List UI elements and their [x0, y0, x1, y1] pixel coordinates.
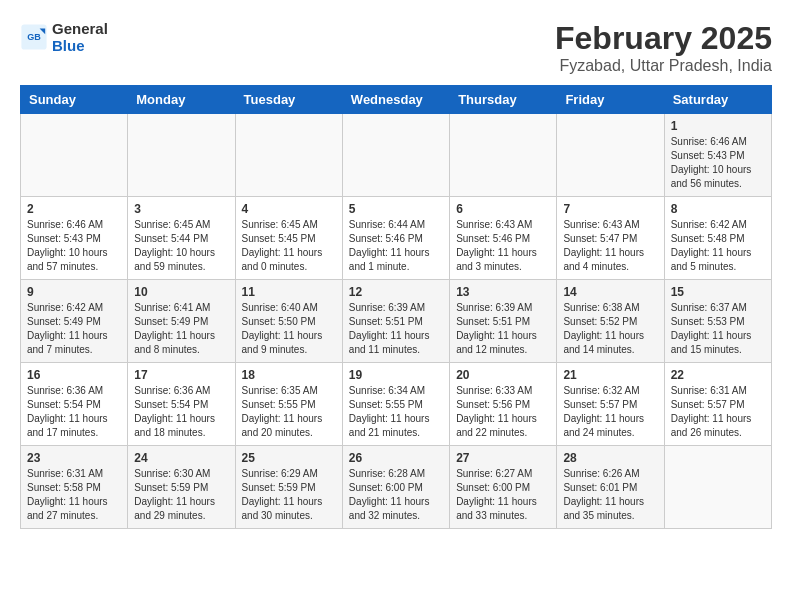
calendar-cell: 2Sunrise: 6:46 AM Sunset: 5:43 PM Daylig… — [21, 197, 128, 280]
calendar-week-3: 9Sunrise: 6:42 AM Sunset: 5:49 PM Daylig… — [21, 280, 772, 363]
logo-general: General — [52, 20, 108, 37]
calendar-cell: 23Sunrise: 6:31 AM Sunset: 5:58 PM Dayli… — [21, 446, 128, 529]
calendar-cell: 16Sunrise: 6:36 AM Sunset: 5:54 PM Dayli… — [21, 363, 128, 446]
day-number: 3 — [134, 202, 228, 216]
calendar-cell: 9Sunrise: 6:42 AM Sunset: 5:49 PM Daylig… — [21, 280, 128, 363]
calendar-cell — [557, 114, 664, 197]
logo: GB General Blue — [20, 20, 108, 54]
calendar-cell: 20Sunrise: 6:33 AM Sunset: 5:56 PM Dayli… — [450, 363, 557, 446]
day-info: Sunrise: 6:46 AM Sunset: 5:43 PM Dayligh… — [27, 218, 121, 274]
day-number: 25 — [242, 451, 336, 465]
day-number: 14 — [563, 285, 657, 299]
day-info: Sunrise: 6:30 AM Sunset: 5:59 PM Dayligh… — [134, 467, 228, 523]
day-number: 28 — [563, 451, 657, 465]
day-number: 26 — [349, 451, 443, 465]
day-info: Sunrise: 6:45 AM Sunset: 5:44 PM Dayligh… — [134, 218, 228, 274]
calendar-cell: 5Sunrise: 6:44 AM Sunset: 5:46 PM Daylig… — [342, 197, 449, 280]
day-info: Sunrise: 6:35 AM Sunset: 5:55 PM Dayligh… — [242, 384, 336, 440]
calendar-cell: 15Sunrise: 6:37 AM Sunset: 5:53 PM Dayli… — [664, 280, 771, 363]
day-number: 6 — [456, 202, 550, 216]
calendar-cell: 22Sunrise: 6:31 AM Sunset: 5:57 PM Dayli… — [664, 363, 771, 446]
calendar-cell: 13Sunrise: 6:39 AM Sunset: 5:51 PM Dayli… — [450, 280, 557, 363]
calendar-cell: 14Sunrise: 6:38 AM Sunset: 5:52 PM Dayli… — [557, 280, 664, 363]
day-info: Sunrise: 6:42 AM Sunset: 5:49 PM Dayligh… — [27, 301, 121, 357]
main-title: February 2025 — [555, 20, 772, 57]
day-info: Sunrise: 6:31 AM Sunset: 5:57 PM Dayligh… — [671, 384, 765, 440]
day-number: 22 — [671, 368, 765, 382]
day-info: Sunrise: 6:29 AM Sunset: 5:59 PM Dayligh… — [242, 467, 336, 523]
day-info: Sunrise: 6:42 AM Sunset: 5:48 PM Dayligh… — [671, 218, 765, 274]
calendar-cell — [21, 114, 128, 197]
day-number: 8 — [671, 202, 765, 216]
day-info: Sunrise: 6:43 AM Sunset: 5:47 PM Dayligh… — [563, 218, 657, 274]
day-number: 5 — [349, 202, 443, 216]
day-info: Sunrise: 6:28 AM Sunset: 6:00 PM Dayligh… — [349, 467, 443, 523]
day-number: 2 — [27, 202, 121, 216]
day-info: Sunrise: 6:39 AM Sunset: 5:51 PM Dayligh… — [349, 301, 443, 357]
logo-blue: Blue — [52, 37, 108, 54]
weekday-header-sunday: Sunday — [21, 86, 128, 114]
day-number: 4 — [242, 202, 336, 216]
calendar-cell: 11Sunrise: 6:40 AM Sunset: 5:50 PM Dayli… — [235, 280, 342, 363]
day-info: Sunrise: 6:46 AM Sunset: 5:43 PM Dayligh… — [671, 135, 765, 191]
calendar-cell: 6Sunrise: 6:43 AM Sunset: 5:46 PM Daylig… — [450, 197, 557, 280]
calendar-cell: 10Sunrise: 6:41 AM Sunset: 5:49 PM Dayli… — [128, 280, 235, 363]
calendar-week-5: 23Sunrise: 6:31 AM Sunset: 5:58 PM Dayli… — [21, 446, 772, 529]
calendar-cell — [342, 114, 449, 197]
day-info: Sunrise: 6:27 AM Sunset: 6:00 PM Dayligh… — [456, 467, 550, 523]
calendar-cell: 28Sunrise: 6:26 AM Sunset: 6:01 PM Dayli… — [557, 446, 664, 529]
day-info: Sunrise: 6:33 AM Sunset: 5:56 PM Dayligh… — [456, 384, 550, 440]
logo-icon: GB — [20, 23, 48, 51]
day-number: 11 — [242, 285, 336, 299]
title-area: February 2025 Fyzabad, Uttar Pradesh, In… — [555, 20, 772, 75]
calendar-cell: 24Sunrise: 6:30 AM Sunset: 5:59 PM Dayli… — [128, 446, 235, 529]
weekday-header-row: SundayMondayTuesdayWednesdayThursdayFrid… — [21, 86, 772, 114]
day-number: 20 — [456, 368, 550, 382]
day-info: Sunrise: 6:37 AM Sunset: 5:53 PM Dayligh… — [671, 301, 765, 357]
day-number: 7 — [563, 202, 657, 216]
day-info: Sunrise: 6:31 AM Sunset: 5:58 PM Dayligh… — [27, 467, 121, 523]
calendar-week-1: 1Sunrise: 6:46 AM Sunset: 5:43 PM Daylig… — [21, 114, 772, 197]
day-number: 16 — [27, 368, 121, 382]
svg-text:GB: GB — [27, 32, 41, 42]
calendar-cell: 21Sunrise: 6:32 AM Sunset: 5:57 PM Dayli… — [557, 363, 664, 446]
calendar-cell: 12Sunrise: 6:39 AM Sunset: 5:51 PM Dayli… — [342, 280, 449, 363]
day-info: Sunrise: 6:39 AM Sunset: 5:51 PM Dayligh… — [456, 301, 550, 357]
weekday-header-saturday: Saturday — [664, 86, 771, 114]
day-number: 13 — [456, 285, 550, 299]
day-number: 19 — [349, 368, 443, 382]
day-info: Sunrise: 6:44 AM Sunset: 5:46 PM Dayligh… — [349, 218, 443, 274]
calendar-cell — [235, 114, 342, 197]
calendar: SundayMondayTuesdayWednesdayThursdayFrid… — [20, 85, 772, 529]
day-number: 12 — [349, 285, 443, 299]
calendar-cell — [450, 114, 557, 197]
day-number: 10 — [134, 285, 228, 299]
calendar-cell: 3Sunrise: 6:45 AM Sunset: 5:44 PM Daylig… — [128, 197, 235, 280]
day-number: 9 — [27, 285, 121, 299]
weekday-header-friday: Friday — [557, 86, 664, 114]
day-info: Sunrise: 6:43 AM Sunset: 5:46 PM Dayligh… — [456, 218, 550, 274]
day-info: Sunrise: 6:36 AM Sunset: 5:54 PM Dayligh… — [134, 384, 228, 440]
calendar-cell: 25Sunrise: 6:29 AM Sunset: 5:59 PM Dayli… — [235, 446, 342, 529]
weekday-header-thursday: Thursday — [450, 86, 557, 114]
calendar-cell: 4Sunrise: 6:45 AM Sunset: 5:45 PM Daylig… — [235, 197, 342, 280]
weekday-header-monday: Monday — [128, 86, 235, 114]
calendar-cell: 17Sunrise: 6:36 AM Sunset: 5:54 PM Dayli… — [128, 363, 235, 446]
calendar-week-4: 16Sunrise: 6:36 AM Sunset: 5:54 PM Dayli… — [21, 363, 772, 446]
subtitle: Fyzabad, Uttar Pradesh, India — [555, 57, 772, 75]
day-info: Sunrise: 6:26 AM Sunset: 6:01 PM Dayligh… — [563, 467, 657, 523]
day-number: 24 — [134, 451, 228, 465]
weekday-header-wednesday: Wednesday — [342, 86, 449, 114]
day-info: Sunrise: 6:36 AM Sunset: 5:54 PM Dayligh… — [27, 384, 121, 440]
day-number: 1 — [671, 119, 765, 133]
day-number: 27 — [456, 451, 550, 465]
calendar-cell: 1Sunrise: 6:46 AM Sunset: 5:43 PM Daylig… — [664, 114, 771, 197]
day-info: Sunrise: 6:38 AM Sunset: 5:52 PM Dayligh… — [563, 301, 657, 357]
day-number: 18 — [242, 368, 336, 382]
header: GB General Blue February 2025 Fyzabad, U… — [20, 20, 772, 75]
calendar-cell — [664, 446, 771, 529]
day-info: Sunrise: 6:41 AM Sunset: 5:49 PM Dayligh… — [134, 301, 228, 357]
calendar-cell: 8Sunrise: 6:42 AM Sunset: 5:48 PM Daylig… — [664, 197, 771, 280]
day-info: Sunrise: 6:40 AM Sunset: 5:50 PM Dayligh… — [242, 301, 336, 357]
day-info: Sunrise: 6:34 AM Sunset: 5:55 PM Dayligh… — [349, 384, 443, 440]
